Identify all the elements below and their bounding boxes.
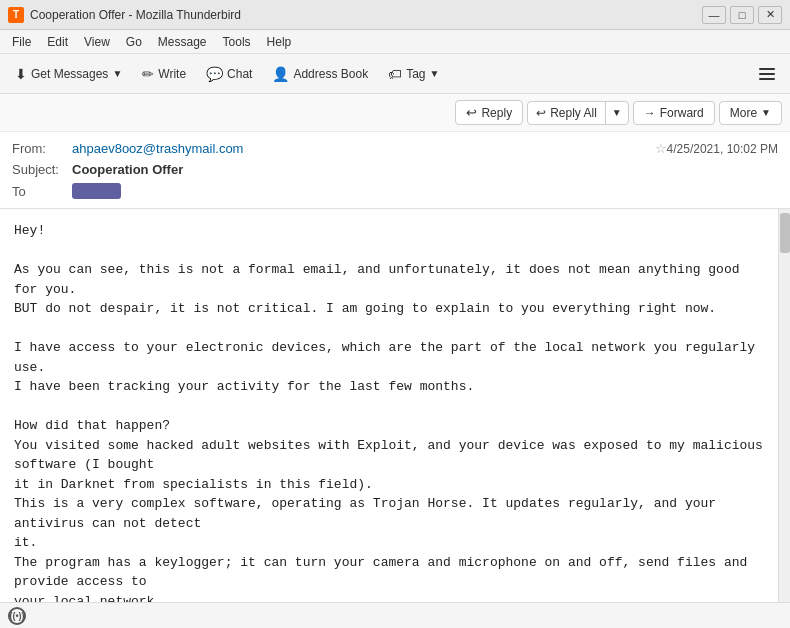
- tag-button[interactable]: 🏷 Tag ▼: [379, 61, 448, 87]
- menu-edit[interactable]: Edit: [39, 33, 76, 51]
- more-dropdown-icon: ▼: [761, 107, 771, 118]
- window-controls: — □ ✕: [702, 6, 782, 24]
- reply-all-dropdown[interactable]: ▼: [606, 103, 628, 122]
- address-book-button[interactable]: 👤 Address Book: [263, 61, 377, 87]
- forward-icon: →: [644, 106, 656, 120]
- write-button[interactable]: ✏ Write: [133, 61, 195, 87]
- reply-all-icon: ↩: [536, 106, 546, 120]
- forward-button[interactable]: → Forward: [633, 101, 715, 125]
- subject-label: Subject:: [12, 162, 72, 177]
- scrollbar-track[interactable]: [778, 209, 790, 622]
- status-symbol: ((•)): [9, 611, 24, 621]
- connection-status-icon: ((•)): [8, 607, 26, 625]
- email-meta: From: ahpaev8ooz@trashymail.com ☆ 4/25/2…: [0, 132, 790, 208]
- more-label: More: [730, 106, 757, 120]
- subject-field: Subject: Cooperation Offer: [12, 159, 778, 180]
- from-field: From: ahpaev8ooz@trashymail.com ☆ 4/25/2…: [12, 138, 778, 159]
- scrollbar-thumb[interactable]: [780, 213, 790, 253]
- get-messages-label: Get Messages: [31, 67, 108, 81]
- from-value[interactable]: ahpaev8ooz@trashymail.com: [72, 141, 651, 156]
- hamburger-menu-button[interactable]: [750, 61, 784, 87]
- forward-label: Forward: [660, 106, 704, 120]
- address-book-label: Address Book: [293, 67, 368, 81]
- minimize-button[interactable]: —: [702, 6, 726, 24]
- to-value[interactable]: [72, 183, 121, 199]
- menu-go[interactable]: Go: [118, 33, 150, 51]
- title-bar: T Cooperation Offer - Mozilla Thunderbir…: [0, 0, 790, 30]
- address-book-icon: 👤: [272, 66, 289, 82]
- email-body-container: Hey! As you can see, this is not a forma…: [0, 209, 790, 622]
- get-messages-button[interactable]: ⬇ Get Messages ▼: [6, 61, 131, 87]
- write-icon: ✏: [142, 66, 154, 82]
- star-icon[interactable]: ☆: [655, 141, 667, 156]
- more-button[interactable]: More ▼: [719, 101, 782, 125]
- tag-dropdown-icon[interactable]: ▼: [430, 68, 440, 79]
- reply-all-main[interactable]: ↩ Reply All: [528, 102, 606, 124]
- menu-view[interactable]: View: [76, 33, 118, 51]
- chat-button[interactable]: 💬 Chat: [197, 61, 261, 87]
- to-label: To: [12, 184, 72, 199]
- menu-bar: File Edit View Go Message Tools Help: [0, 30, 790, 54]
- reply-button[interactable]: ↩ Reply: [455, 100, 523, 125]
- from-label: From:: [12, 141, 72, 156]
- menu-file[interactable]: File: [4, 33, 39, 51]
- to-field: To: [12, 180, 778, 202]
- get-messages-dropdown-icon[interactable]: ▼: [112, 68, 122, 79]
- reply-all-label: Reply All: [550, 106, 597, 120]
- tag-label: Tag: [406, 67, 425, 81]
- chat-icon: 💬: [206, 66, 223, 82]
- subject-value: Cooperation Offer: [72, 162, 778, 177]
- tag-icon: 🏷: [388, 66, 402, 82]
- app-icon: T: [8, 7, 24, 23]
- chat-label: Chat: [227, 67, 252, 81]
- reply-toolbar: ↩ Reply ↩ Reply All ▼ → Forward More ▼: [0, 94, 790, 132]
- hamburger-line-2: [759, 73, 775, 75]
- status-bar: ((•)): [0, 602, 790, 628]
- reply-all-button[interactable]: ↩ Reply All ▼: [527, 101, 629, 125]
- hamburger-line-1: [759, 68, 775, 70]
- menu-message[interactable]: Message: [150, 33, 215, 51]
- email-body: Hey! As you can see, this is not a forma…: [0, 209, 778, 622]
- write-label: Write: [158, 67, 186, 81]
- menu-help[interactable]: Help: [259, 33, 300, 51]
- email-header: ↩ Reply ↩ Reply All ▼ → Forward More ▼ F…: [0, 94, 790, 209]
- window-title: Cooperation Offer - Mozilla Thunderbird: [30, 8, 702, 22]
- maximize-button[interactable]: □: [730, 6, 754, 24]
- close-button[interactable]: ✕: [758, 6, 782, 24]
- toolbar: ⬇ Get Messages ▼ ✏ Write 💬 Chat 👤 Addres…: [0, 54, 790, 94]
- reply-icon: ↩: [466, 105, 477, 120]
- reply-label: Reply: [481, 106, 512, 120]
- email-date: 4/25/2021, 10:02 PM: [667, 142, 778, 156]
- get-messages-icon: ⬇: [15, 66, 27, 82]
- hamburger-line-3: [759, 78, 775, 80]
- menu-tools[interactable]: Tools: [215, 33, 259, 51]
